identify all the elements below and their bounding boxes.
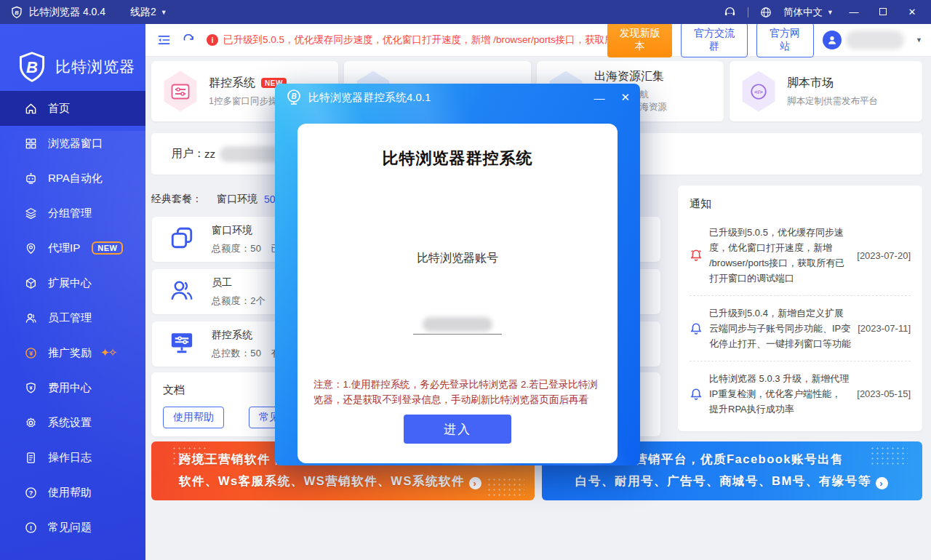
sidebar-item-settings[interactable]: 系统设置 — [0, 405, 145, 440]
arrow-circle-icon: › — [469, 477, 482, 489]
brand-shield-icon: B — [16, 51, 48, 83]
sidebar-item-rpa[interactable]: RPA自动化 — [0, 161, 145, 196]
modal-minimize-button[interactable]: — — [594, 92, 604, 104]
close-button[interactable]: ✕ — [903, 7, 921, 17]
svg-text:!: ! — [30, 524, 32, 531]
sidebar-item-home[interactable]: 首页 — [0, 91, 145, 126]
staff-icon — [169, 278, 194, 305]
sidebar-item-staff[interactable]: 员工管理 — [0, 300, 145, 335]
plan-value: 50 — [264, 193, 276, 205]
sidebar-item-label: 推广奖励 — [48, 346, 92, 360]
exclamation-icon: ! — [24, 521, 37, 534]
location-pin-icon — [24, 241, 37, 255]
group-control-modal: B 比特浏览器群控系统4.0.1 — ✕ 比特浏览器群控系统 比特浏览器账号 注… — [275, 84, 640, 465]
app-window: B 比特浏览器 4.0.4 线路2 ▼ 简体中文 ▼ — ✕ B — [0, 0, 931, 560]
sidebar-item-promotion[interactable]: ¥ 推广奖励 ✦✧ — [0, 335, 145, 370]
sidebar-item-label: 系统设置 — [48, 416, 92, 430]
gear-icon — [24, 416, 37, 429]
app-logo-icon: B — [10, 6, 23, 19]
sidebar-item-proxy-ip[interactable]: 代理IP NEW — [0, 231, 145, 265]
feature-title: 脚本市场 — [787, 76, 834, 91]
top-header: i 已升级到5.0.5，优化缓存同步速度，优化窗口打开速度，新增 /browse… — [145, 24, 931, 57]
feature-title: 出海资源汇集 — [594, 69, 664, 84]
language-label: 简体中文 — [783, 6, 823, 19]
sidebar-item-billing[interactable]: ¥ 费用中心 — [0, 370, 145, 405]
banner-text: 跨境王营销软件， — [179, 452, 284, 468]
sidebar-item-label: 首页 — [48, 102, 70, 116]
sidebar-item-groups[interactable]: 分组管理 — [0, 196, 145, 231]
shield-yuan-icon: ¥ — [24, 381, 37, 394]
modal-heading: 比特浏览器群控系统 — [297, 148, 618, 169]
svg-text:¥: ¥ — [29, 349, 33, 356]
sidebar-item-logs[interactable]: 操作日志 — [0, 440, 145, 475]
notification-date: [2023-07-11] — [858, 323, 911, 334]
chevron-down-icon[interactable]: ▼ — [916, 36, 922, 44]
new-version-button[interactable]: 发现新版本 — [607, 23, 672, 57]
svg-text:B: B — [15, 9, 19, 16]
sidebar-item-extensions[interactable]: 扩展中心 — [0, 265, 145, 300]
bell-icon — [690, 388, 703, 401]
banner-text: 营销平台，优质Facebook账号出售 — [635, 452, 844, 468]
modal-logo-icon: B — [285, 89, 303, 106]
collapse-menu-icon[interactable] — [157, 34, 171, 46]
notification-text: 比特浏览器 5.0.3 升级，新增代理IP重复检测，优化客户端性能，提升RPA执… — [709, 371, 850, 417]
chevron-down-icon: ▼ — [827, 9, 834, 16]
sidebar-item-label: 操作日志 — [48, 451, 92, 465]
account-value-blurred — [423, 317, 492, 332]
svg-text:¥: ¥ — [29, 385, 32, 391]
notification-date: [2023-07-20] — [857, 250, 911, 261]
account-label: 比特浏览器账号 — [297, 251, 618, 266]
user-label: 用户： — [172, 147, 204, 161]
new-badge: NEW — [92, 241, 123, 255]
banner-text: 软件、Ws客服系统、WS营销软件、WS系统软件 — [179, 474, 465, 487]
notification-text: 已升级到5.0.5，优化缓存同步速度，优化窗口打开速度，新增 /browser/… — [709, 225, 850, 286]
help-doc-button[interactable]: 使用帮助 — [163, 407, 224, 428]
feature-card-script-market[interactable]: </> 脚本市场 脚本定制供需发布平台 — [730, 61, 922, 121]
feature-subtitle: 脚本定制供需发布平台 — [787, 95, 878, 108]
group-control-icon — [161, 71, 199, 112]
modal-close-button[interactable]: ✕ — [620, 91, 630, 104]
svg-text:</>: </> — [754, 89, 763, 95]
plan-label: 经典套餐： — [151, 193, 202, 206]
sparkles-icon: ✦✧ — [100, 346, 116, 359]
alert-info-icon: i — [207, 34, 218, 46]
support-headset-icon[interactable] — [724, 6, 736, 18]
refresh-icon[interactable] — [183, 34, 195, 47]
document-icon — [24, 451, 37, 464]
sidebar-item-label: 浏览器窗口 — [48, 137, 103, 151]
line-selector[interactable]: 线路2 ▼ — [130, 6, 167, 19]
bell-icon — [690, 322, 703, 335]
arrow-circle-icon: › — [876, 477, 888, 489]
enter-button[interactable]: 进入 — [404, 415, 511, 444]
sidebar-item-label: 常见问题 — [48, 521, 92, 535]
banner-text: 白号、耐用号、广告号、商城号、BM号、有缘号等 — [575, 474, 871, 487]
notification-item[interactable]: 已升级到5.0.5，优化缓存同步速度，优化窗口打开速度，新增 /browser/… — [690, 215, 911, 296]
modal-body: 比特浏览器群控系统 比特浏览器账号 注意：1.使用群控系统，务必先登录比特浏览器… — [297, 124, 618, 463]
official-website-button[interactable]: 官方网站 — [756, 23, 814, 57]
sidebar-item-label: 代理IP — [48, 241, 80, 255]
brand-name: 比特浏览器 — [55, 57, 135, 77]
user-avatar[interactable] — [823, 31, 842, 49]
language-selector[interactable]: 简体中文 ▼ — [783, 6, 834, 19]
divider — [748, 7, 748, 17]
upgrade-notice-text[interactable]: 已升级到5.0.5，优化缓存同步速度，优化窗口打开速度，新增 /browser/… — [223, 33, 607, 47]
sidebar-item-help[interactable]: ? 使用帮助 — [0, 475, 145, 510]
notification-item[interactable]: 比特浏览器 5.0.3 升级，新增代理IP重复检测，优化客户端性能，提升RPA执… — [690, 361, 911, 426]
maximize-button[interactable] — [874, 7, 892, 17]
notification-date: [2023-05-15] — [857, 388, 911, 399]
sidebar-item-browser-windows[interactable]: 浏览器窗口 — [0, 126, 145, 161]
sidebar-item-label: 扩展中心 — [48, 276, 92, 290]
minimize-button[interactable]: — — [845, 7, 863, 17]
sidebar-item-faq[interactable]: ! 常见问题 — [0, 510, 145, 545]
notification-item[interactable]: 已升级到5.0.4，新增自定义扩展云端同步与子账号同步功能、IP变化停止打开、一… — [690, 296, 911, 361]
windows-icon — [169, 225, 194, 253]
monitor-sliders-icon — [169, 330, 194, 358]
account-field — [413, 317, 502, 335]
svg-text:?: ? — [28, 489, 32, 496]
cube-icon — [24, 276, 37, 289]
robot-icon — [24, 172, 37, 185]
grid-icon — [24, 137, 37, 150]
modal-warning-text: 注意：1.使用群控系统，务必先登录比特浏览器 2.若已登录比特浏览器，还是获取不… — [313, 377, 602, 407]
username-blurred[interactable] — [846, 31, 905, 49]
official-group-button[interactable]: 官方交流群 — [681, 23, 747, 57]
